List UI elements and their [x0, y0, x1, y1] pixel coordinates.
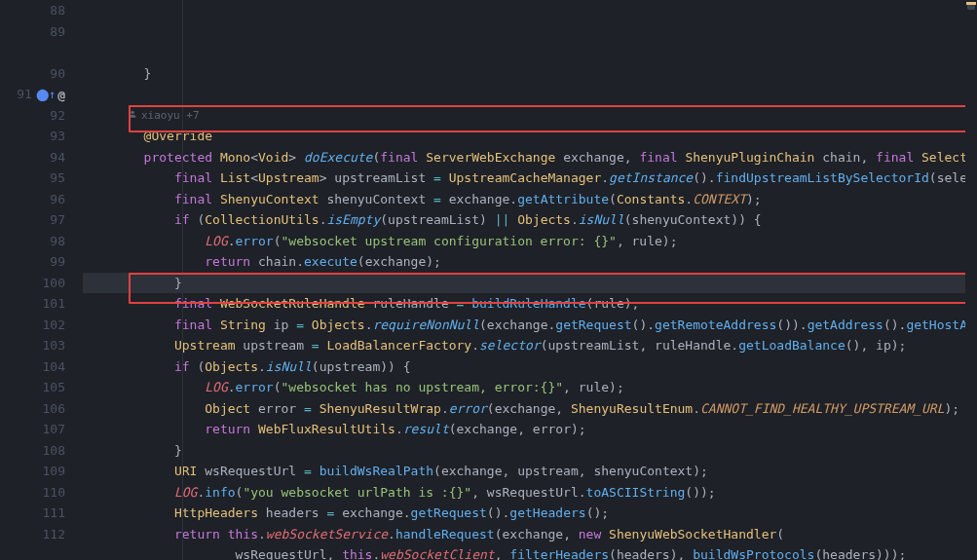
line-number[interactable]: 105: [0, 377, 65, 398]
token-punct: (: [274, 234, 282, 248]
line-number[interactable]: 89: [0, 21, 65, 43]
token-punct: )) {: [731, 212, 761, 227]
code-line[interactable]: final ShenyuContext shenyuContext = exch…: [83, 189, 977, 210]
token-punct: (: [624, 212, 632, 227]
line-number[interactable]: 106: [0, 398, 65, 420]
code-line[interactable]: Upstream upstream = LoadBalancerFactory.…: [83, 335, 977, 356]
line-number-gutter[interactable]: 88899091⬤↑@92939495969798991001011021031…: [0, 0, 83, 560]
token-type: Object: [205, 401, 250, 416]
token-punct: .: [395, 422, 403, 436]
token-punct: ());: [685, 485, 715, 500]
line-number[interactable]: 95: [0, 168, 65, 189]
token-kw: new: [579, 527, 609, 541]
token-type: Constants: [617, 192, 685, 206]
token-var: exchange: [487, 317, 548, 332]
code-line[interactable]: URI wsRequestUrl = buildWsRealPath(excha…: [83, 461, 977, 482]
token-punct: (: [449, 422, 457, 436]
annotation-icon[interactable]: @: [57, 85, 65, 106]
code-line[interactable]: return chain.execute(exchange);: [83, 251, 977, 273]
line-number[interactable]: 111: [0, 503, 65, 524]
token-punct: .: [441, 401, 449, 416]
line-number[interactable]: 93: [0, 126, 65, 147]
code-line[interactable]: Object error = ShenyuResultWrap.error(ex…: [83, 398, 977, 420]
token-op: =: [433, 170, 449, 185]
line-number[interactable]: 101: [0, 293, 65, 315]
code-line[interactable]: return WebFluxResultUtils.result(exchang…: [83, 419, 977, 440]
token-var: upstreamList: [547, 338, 639, 353]
token-op: =: [304, 401, 319, 416]
token-field: LOG: [205, 380, 227, 394]
line-number[interactable]: 103: [0, 335, 65, 356]
token-type: Objects: [312, 317, 365, 332]
code-line[interactable]: LOG.info("you websocket urlPath is :{}",…: [83, 482, 977, 504]
override-icon[interactable]: ⬤↑: [36, 85, 56, 106]
line-number[interactable]: 91⬤↑@: [0, 84, 65, 105]
line-number[interactable]: 112: [0, 524, 65, 545]
line-number[interactable]: 110: [0, 482, 65, 504]
code-line[interactable]: [83, 84, 977, 105]
token-var: headers: [617, 547, 670, 560]
code-line[interactable]: @Override: [83, 126, 977, 147]
token-var: rule: [579, 380, 609, 394]
token-const: CONTEXT: [693, 192, 746, 206]
line-number[interactable]: 92: [0, 105, 65, 127]
line-number[interactable]: 104: [0, 356, 65, 378]
line-number[interactable]: 102: [0, 315, 65, 336]
author-name: xiaoyu +7: [141, 105, 200, 127]
line-number[interactable]: 94: [0, 147, 65, 168]
line-number[interactable]: 98: [0, 231, 65, 252]
marker: [966, 2, 976, 5]
token-punct: [83, 505, 174, 520]
token-type: ShenyuPluginChain: [685, 150, 814, 165]
line-number[interactable]: [0, 42, 65, 63]
code-line[interactable]: }: [83, 440, 977, 462]
code-line[interactable]: final String ip = Objects.requireNonNull…: [83, 315, 977, 336]
line-number[interactable]: 109: [0, 461, 65, 482]
code-line[interactable]: LOG.error("websocket has no upstream, er…: [83, 377, 977, 398]
line-number[interactable]: 97: [0, 209, 65, 231]
token-punct: ),: [670, 547, 693, 560]
code-line[interactable]: protected Mono<Void> doExecute(final Ser…: [83, 147, 977, 168]
token-punct: ,: [860, 150, 876, 165]
token-method: buildRuleHandle: [471, 296, 585, 311]
code-content-area[interactable]: }xiaoyu +7 @Override protected Mono<Void…: [83, 0, 977, 560]
token-punct: .: [258, 359, 266, 374]
token-punct: ().: [632, 317, 655, 332]
line-number[interactable]: 88: [0, 0, 65, 21]
token-punct: [83, 527, 174, 541]
token-punct: [83, 547, 236, 560]
code-line[interactable]: if (Objects.isNull(upstream)) {: [83, 356, 977, 378]
line-number[interactable]: 90: [0, 63, 65, 85]
code-line[interactable]: wsRequestUrl, this.webSocketClient, filt…: [83, 544, 977, 560]
token-punct: (: [495, 527, 503, 541]
token-method: getHeaders: [509, 505, 585, 520]
token-var: exchange: [342, 505, 403, 520]
token-op: =: [296, 317, 312, 332]
code-line[interactable]: LOG.error("websocket upstream configurat…: [83, 231, 977, 252]
token-op: =: [433, 192, 449, 206]
line-number[interactable]: 99: [0, 251, 65, 273]
code-editor[interactable]: 88899091⬤↑@92939495969798991001011021031…: [0, 0, 977, 560]
line-number[interactable]: 108: [0, 440, 65, 462]
code-line[interactable]: final List<Upstream> upstreamList = Upst…: [83, 168, 977, 189]
code-line[interactable]: final WebSocketRuleHandle ruleHandle = b…: [83, 293, 977, 315]
token-punct: );: [571, 422, 586, 436]
author-annotation[interactable]: xiaoyu +7: [83, 105, 977, 127]
code-line[interactable]: }: [83, 63, 977, 85]
vertical-scrollbar[interactable]: [965, 0, 977, 560]
token-punct: .: [685, 192, 693, 206]
token-punct: (: [433, 464, 441, 478]
code-line[interactable]: }: [83, 273, 977, 294]
code-line[interactable]: return this.webSocketService.handleReque…: [83, 524, 977, 545]
line-number[interactable]: 96: [0, 189, 65, 210]
token-kw: if: [174, 359, 197, 374]
token-punct: );: [426, 254, 441, 269]
token-punct: }: [83, 276, 182, 290]
token-method: getLoadBalance: [738, 338, 845, 353]
token-punct: ();: [586, 505, 609, 520]
code-line[interactable]: if (CollectionUtils.isEmpty(upstreamList…: [83, 209, 977, 231]
token-str: "websocket has no upstream, error:{}": [282, 380, 564, 394]
code-line[interactable]: HttpHeaders headers = exchange.getReques…: [83, 503, 977, 524]
line-number[interactable]: 100: [0, 273, 65, 294]
line-number[interactable]: 107: [0, 419, 65, 440]
